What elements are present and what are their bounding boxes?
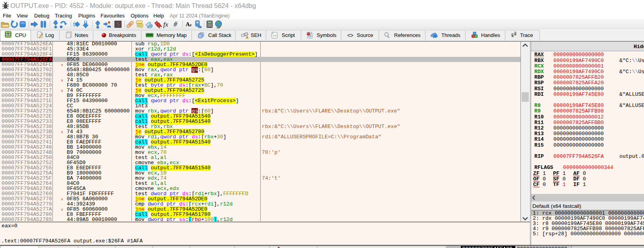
- svg-text:S: S: [116, 21, 120, 27]
- svg-text:64: 64: [7, 33, 10, 36]
- svg-text:<>: <>: [273, 34, 276, 37]
